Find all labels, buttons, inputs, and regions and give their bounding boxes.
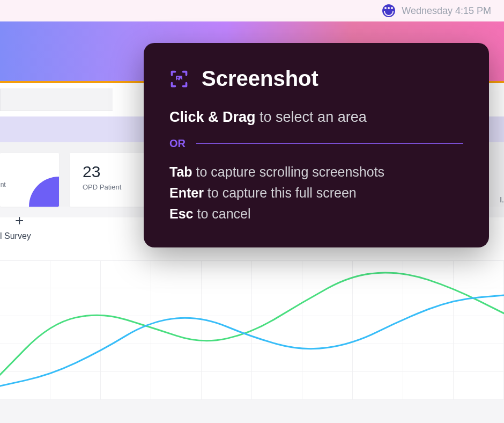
divider-line xyxy=(196,143,463,144)
system-status-bar: Wednesday 4:15 PM xyxy=(0,0,504,21)
stat-card-label: OPD Patient xyxy=(83,183,143,191)
or-label: OR xyxy=(169,137,186,150)
stat-card-value: 23 xyxy=(83,163,143,181)
plus-icon[interactable]: + xyxy=(15,213,31,228)
clock-datetime: Wednesday 4:15 PM xyxy=(402,5,491,17)
stat-card-truncated[interactable]: ent xyxy=(0,153,59,207)
overlay-instruction-clickdrag: Click & Drag to select an area xyxy=(169,109,463,126)
stat-card-opd[interactable]: 23 OPD Patient xyxy=(70,153,155,207)
survey-title: l Survey xyxy=(0,231,31,241)
search-input[interactable] xyxy=(0,89,113,111)
truncated-text-right: I. xyxy=(500,195,504,204)
system-tray-icon[interactable] xyxy=(382,4,395,17)
overlay-title: Screenshot xyxy=(202,67,318,91)
chart-lines-svg xyxy=(0,260,504,400)
svg-point-1 xyxy=(177,77,179,78)
screenshot-instructions-overlay: Screenshot Click & Drag to select an are… xyxy=(144,43,489,247)
overlay-instructions-keys: Tab to capture scrolling screenshots Ent… xyxy=(169,162,463,224)
screenshot-icon xyxy=(169,69,189,89)
overlay-or-divider: OR xyxy=(169,137,463,150)
survey-chart xyxy=(0,260,504,400)
pie-slice-decoration xyxy=(29,177,59,207)
